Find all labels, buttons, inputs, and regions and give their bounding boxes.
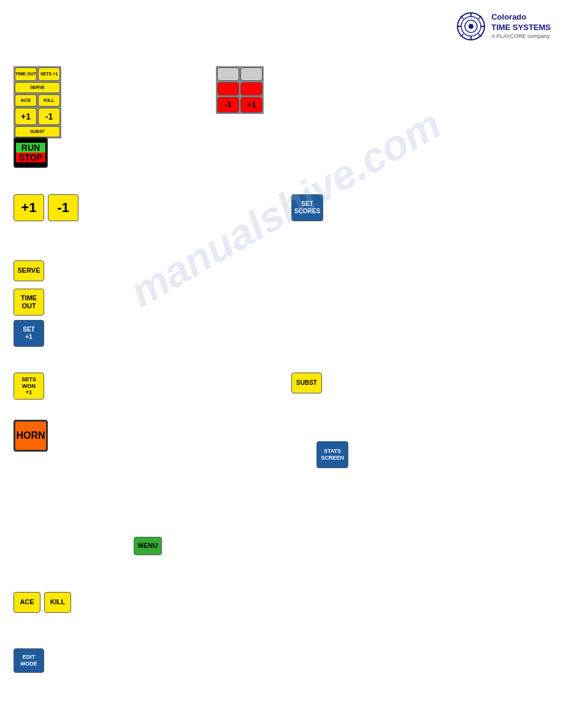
- plus1-large-btn[interactable]: +1: [13, 194, 44, 221]
- kill-small-btn[interactable]: KILL: [38, 94, 60, 107]
- logo-company: Colorado: [491, 12, 551, 23]
- run-stop-btn[interactable]: RUN STOP: [13, 137, 48, 168]
- subst-small-topleft-btn[interactable]: SUBST: [15, 126, 60, 137]
- panel-topright: -1 +1: [216, 66, 264, 114]
- logo-sub: A PLAYCORE company: [491, 33, 551, 40]
- edit-mode-btn[interactable]: EDITMODE: [13, 648, 44, 673]
- timeout-btn[interactable]: TIMEOUT: [13, 289, 44, 316]
- minus1-large-btn[interactable]: -1: [48, 194, 79, 221]
- topright-r1c1-btn[interactable]: [217, 67, 239, 81]
- topright-minus1-btn[interactable]: -1: [217, 97, 239, 113]
- subst-btn[interactable]: SUBST: [291, 373, 322, 393]
- panel-topleft: TIME OUT SETS +1 SERVE ACE KILL +1 -1 SU…: [13, 66, 61, 138]
- minus1-small-btn[interactable]: -1: [38, 108, 60, 125]
- run-label: RUN: [16, 143, 45, 153]
- menu-btn[interactable]: MENU: [134, 537, 162, 555]
- topright-plus1-btn[interactable]: +1: [240, 97, 262, 113]
- logo-area: Colorado TIME SYSTEMS A PLAYCORE company: [456, 11, 551, 42]
- timeout-small-btn[interactable]: TIME OUT: [15, 67, 37, 81]
- topright-r1c2-btn[interactable]: [240, 67, 262, 81]
- ace-btn[interactable]: ACE: [13, 592, 40, 613]
- plus1-small-btn[interactable]: +1: [15, 108, 37, 125]
- horn-btn[interactable]: HORN: [13, 420, 48, 452]
- topright-r2c1-btn[interactable]: [217, 82, 239, 96]
- watermark: manualshive.com: [122, 100, 449, 316]
- set-plus1-btn[interactable]: SET+1: [13, 320, 44, 347]
- stop-label: STOP: [16, 153, 45, 162]
- logo-text: Colorado TIME SYSTEMS A PLAYCORE company: [491, 12, 551, 40]
- sets-won-plus1-btn[interactable]: SETSWON+1: [13, 373, 44, 400]
- stats-screen-btn[interactable]: STATSSCREEN: [316, 441, 348, 468]
- serve-small-btn[interactable]: SERVE: [15, 82, 60, 93]
- set-scores-btn[interactable]: SET SCORES: [291, 194, 323, 221]
- topright-r2c2-btn[interactable]: [240, 82, 262, 96]
- logo-line2: TIME SYSTEMS: [491, 23, 551, 33]
- svg-point-11: [469, 24, 473, 29]
- ace-small-btn[interactable]: ACE: [15, 94, 37, 107]
- serve-btn[interactable]: SERVE: [13, 260, 44, 281]
- logo-icon: [456, 11, 486, 42]
- set-scores-label: SET SCORES: [292, 200, 323, 215]
- sets-plus1-small-btn[interactable]: SETS +1: [38, 67, 60, 81]
- kill-btn[interactable]: KILL: [44, 592, 71, 613]
